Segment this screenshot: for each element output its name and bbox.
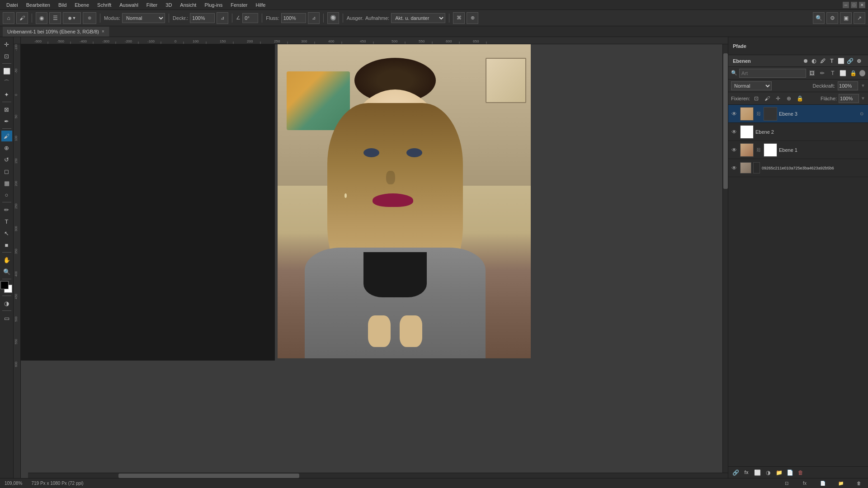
share-icon[interactable]: ↗: [854, 12, 865, 24]
canvas-tab[interactable]: Unbenannt-1 bei 109% (Ebene 3, RGB/8) ×: [3, 27, 109, 37]
new-layer-icon[interactable]: ⊕: [854, 56, 863, 66]
menu-item-bild[interactable]: Bild: [55, 1, 70, 9]
new-group-status-icon[interactable]: 📁: [836, 479, 845, 488]
symmetry-icon[interactable]: ⌘: [453, 12, 465, 24]
pressure-flow-icon[interactable]: ⊿: [308, 12, 320, 24]
tool-preset-icon[interactable]: ☰: [49, 12, 61, 24]
eraser-tool[interactable]: ◻: [1, 166, 12, 177]
deckraft-input[interactable]: [190, 13, 215, 23]
link-layers-icon[interactable]: 🔗: [731, 468, 740, 477]
menu-item-bearbeiten[interactable]: Bearbeiten: [23, 1, 54, 9]
add-adjustment-icon[interactable]: ◐: [809, 56, 818, 66]
gradient-tool[interactable]: ▦: [1, 178, 12, 188]
delete-status-icon[interactable]: 🗑: [854, 479, 863, 488]
flache-input[interactable]: [839, 94, 859, 103]
filter-kind-icon[interactable]: 🖼: [808, 69, 816, 78]
layer-visibility-ebene3[interactable]: 👁: [730, 110, 738, 118]
menu-item-plugins[interactable]: Plug-ins: [201, 1, 226, 9]
brush-size-icon[interactable]: ⊕: [83, 12, 96, 24]
canvas-content[interactable]: [21, 44, 728, 478]
fx-status-icon[interactable]: fx: [800, 479, 809, 488]
layer-visibility-ebene1[interactable]: 👁: [730, 146, 738, 154]
layer-visibility-bg[interactable]: 👁: [730, 164, 738, 172]
fx-button[interactable]: fx: [742, 468, 751, 477]
create-group-icon[interactable]: 🖊: [818, 56, 827, 66]
eyedropper-tool[interactable]: ✒: [1, 116, 12, 127]
layer-item-ebene1[interactable]: 👁 ⛓ Ebene 1: [728, 141, 868, 159]
path-selection-tool[interactable]: ↖: [1, 228, 12, 239]
deckkraft-input[interactable]: [838, 81, 858, 90]
quick-mask-tool[interactable]: ◑: [1, 298, 12, 309]
close-button[interactable]: ✕: [859, 2, 865, 8]
group-layers-icon[interactable]: 📁: [774, 468, 783, 477]
text-layer-icon[interactable]: T: [827, 56, 836, 66]
history-brush-tool[interactable]: ↺: [1, 154, 12, 165]
tab-close-button[interactable]: ×: [102, 29, 104, 34]
photo-canvas[interactable]: [278, 44, 531, 358]
magic-wand-tool[interactable]: ✦: [1, 89, 12, 100]
zoom-tool[interactable]: 🔍: [1, 266, 12, 277]
zoom-search-icon[interactable]: 🔍: [813, 12, 825, 24]
menu-item-ansicht[interactable]: Ansicht: [176, 1, 200, 9]
home-icon[interactable]: ⌂: [3, 12, 14, 24]
filter-smart-icon[interactable]: 🔒: [849, 69, 858, 78]
stamp-tool[interactable]: ⊕: [1, 142, 12, 153]
pressure-opacity-icon[interactable]: ⊿: [217, 12, 228, 24]
aufnahme-select[interactable]: Akt. u. darunter Alle Ebenen Aktive Eben…: [391, 13, 445, 23]
add-mask-icon[interactable]: ⬜: [753, 468, 762, 477]
lasso-tool[interactable]: ⌒: [1, 77, 12, 88]
layer-item-ebene2[interactable]: 👁 Ebene 2: [728, 123, 868, 141]
filter-adj-icon[interactable]: ✏: [818, 69, 827, 78]
brush-preset-picker[interactable]: ● ▼: [63, 12, 81, 24]
screen-mode-tool[interactable]: ▭: [1, 313, 12, 324]
filter-text-icon[interactable]: T: [829, 69, 837, 78]
extra-settings-icon[interactable]: ⊕: [467, 12, 478, 24]
new-layer-status-icon[interactable]: 📄: [818, 479, 827, 488]
horizontal-scrollbar[interactable]: [28, 473, 728, 478]
filter-toggle[interactable]: [859, 70, 865, 76]
airbrush-icon[interactable]: 🔘: [327, 12, 339, 24]
color-swatches[interactable]: [0, 281, 13, 294]
layer-item-ebene3[interactable]: 👁 ⛓ Ebene 3 ⊙: [728, 105, 868, 123]
search-global-icon[interactable]: ⚙: [826, 12, 838, 24]
pen-tool[interactable]: ✏: [1, 204, 12, 215]
scrollbar-thumb-v[interactable]: [723, 53, 728, 189]
brush-tool[interactable]: 🖌: [1, 131, 12, 141]
blend-mode-select[interactable]: Normal Multiplizieren Auflichten Überlag…: [731, 81, 772, 90]
layer-search-input[interactable]: [739, 69, 806, 78]
adjustment-icon[interactable]: ◑: [764, 468, 773, 477]
marquee-tool[interactable]: ⬜: [1, 66, 12, 76]
foreground-color[interactable]: [0, 281, 9, 289]
tool-options-icon[interactable]: ◉: [36, 12, 47, 24]
brush-tool-icon[interactable]: 🖌: [16, 12, 28, 24]
artboard-status-icon[interactable]: ⊡: [782, 479, 791, 488]
maximize-button[interactable]: □: [851, 2, 857, 8]
lock-transparent-icon[interactable]: ⊡: [752, 94, 761, 103]
text-tool[interactable]: T: [1, 216, 12, 227]
menu-item-schrift[interactable]: Schrift: [94, 1, 115, 9]
filter-shape-icon[interactable]: ⬜: [839, 69, 847, 78]
lock-all-icon[interactable]: 🔒: [795, 94, 804, 103]
layer-item-bg[interactable]: 👁 09265c211e010a725e3ba4623a92b5b6: [728, 159, 868, 177]
lock-image-icon[interactable]: 🖌: [763, 94, 772, 103]
modus-select[interactable]: Normal Multiplizieren Auflichten: [122, 13, 165, 23]
menu-item-auswahl[interactable]: Auswahl: [116, 1, 142, 9]
menu-item-fenster[interactable]: Fenster: [227, 1, 251, 9]
workspace-icon[interactable]: ▣: [840, 12, 852, 24]
shape-tool[interactable]: ■: [1, 239, 12, 250]
menu-item-hilfe[interactable]: Hilfe: [252, 1, 269, 9]
layer-settings-ebene3[interactable]: ⊙: [857, 109, 866, 118]
dodge-tool[interactable]: ○: [1, 189, 12, 200]
minimize-button[interactable]: ─: [843, 2, 849, 8]
lock-artboard-icon[interactable]: ⊕: [784, 94, 793, 103]
layer-link-icon[interactable]: 🔗: [845, 56, 854, 66]
artboard-tool[interactable]: ⊡: [1, 51, 12, 61]
vertical-scrollbar[interactable]: [722, 44, 728, 473]
angle-input[interactable]: [242, 13, 258, 23]
menu-item-ebene[interactable]: Ebene: [71, 1, 93, 9]
move-tool[interactable]: ✛: [1, 39, 12, 50]
fluss-input[interactable]: [281, 13, 306, 23]
new-layer-btn[interactable]: 📄: [785, 468, 794, 477]
menu-item-3d[interactable]: 3D: [162, 1, 175, 9]
hand-tool[interactable]: ✋: [1, 254, 12, 265]
